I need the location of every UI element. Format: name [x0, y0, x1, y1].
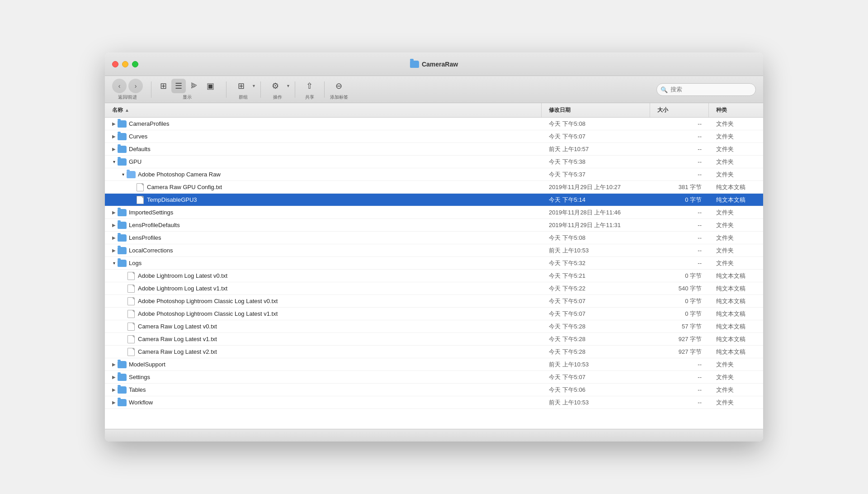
back-button[interactable]: ‹ — [112, 79, 127, 93]
kind-cell: 纯文本文稿 — [709, 310, 763, 318]
name-cell: ▶ImportedSettings — [105, 206, 542, 218]
list-item[interactable]: ▶Settings今天 下午5:07--文件夹 — [105, 371, 763, 384]
file-name-text: LensProfiles — [129, 234, 161, 241]
list-item[interactable]: Adobe Photoshop Lightroom Classic Log La… — [105, 308, 763, 320]
name-cell: ▶CameraProfiles — [105, 118, 542, 130]
list-item[interactable]: ▶ImportedSettings2019年11月28日 上午11:46--文件… — [105, 206, 763, 219]
close-button[interactable] — [112, 61, 118, 67]
disclosure-triangle[interactable]: ▶ — [110, 374, 118, 381]
size-cell: -- — [650, 146, 709, 152]
list-item[interactable]: ▶CameraProfiles今天 下午5:08--文件夹 — [105, 118, 763, 130]
disclosure-triangle[interactable]: ▶ — [110, 146, 118, 153]
list-item[interactable]: Camera Raw Log Latest v2.txt今天 下午5:28927… — [105, 346, 763, 358]
list-item[interactable]: Adobe Photoshop Lightroom Classic Log La… — [105, 295, 763, 308]
disclosure-triangle[interactable]: ▶ — [110, 247, 118, 254]
kind-cell: 文件夹 — [709, 209, 763, 217]
group-button[interactable]: ⊞ — [231, 79, 251, 93]
col-header-date[interactable]: 修改日期 — [542, 103, 650, 117]
display-control: ⊞ ☰ ⫸ ▣ 显示 — [156, 79, 218, 100]
search-input[interactable] — [656, 83, 756, 96]
list-item[interactable]: Adobe Lightroom Log Latest v1.txt今天 下午5:… — [105, 282, 763, 295]
list-item[interactable]: ▾Logs今天 下午5:32--文件夹 — [105, 257, 763, 270]
gallery-view-button[interactable]: ▣ — [203, 79, 218, 93]
size-cell: -- — [650, 260, 709, 266]
list-item[interactable]: ▾GPU今天 下午5:38--文件夹 — [105, 156, 763, 168]
size-cell: -- — [650, 399, 709, 406]
disclosure-triangle[interactable]: ▶ — [110, 209, 118, 216]
tag-button[interactable]: ⊖ — [329, 79, 349, 93]
file-name-text: Workflow — [129, 399, 153, 406]
forward-button[interactable]: › — [128, 79, 143, 93]
name-cell: Camera Raw Log Latest v1.txt — [105, 333, 542, 345]
disclosure-triangle[interactable]: ▶ — [110, 361, 118, 368]
date-cell: 前天 上午10:53 — [542, 361, 650, 369]
kind-cell: 纯文本文稿 — [709, 183, 763, 191]
folder-icon — [118, 361, 127, 368]
col-header-name[interactable]: 名称 ▲ — [105, 103, 542, 117]
date-cell: 今天 下午5:08 — [542, 234, 650, 242]
view-group: ⊞ ☰ ⫸ ▣ 显示 — [156, 79, 218, 100]
list-item[interactable]: ▶Workflow前天 上午10:53--文件夹 — [105, 396, 763, 409]
icon-view-button[interactable]: ⊞ — [156, 79, 170, 93]
size-cell: -- — [650, 222, 709, 228]
size-cell: 927 字节 — [650, 335, 709, 343]
list-item[interactable]: ▶Curves今天 下午5:07--文件夹 — [105, 130, 763, 143]
file-name-text: Camera Raw Log Latest v0.txt — [138, 323, 217, 330]
size-cell: 540 字节 — [650, 285, 709, 293]
folder-icon — [127, 171, 136, 178]
share-button[interactable]: ⇧ — [300, 79, 320, 93]
size-cell: -- — [650, 120, 709, 127]
file-name-text: LensProfileDefaults — [129, 222, 180, 228]
name-cell: ▶Workflow — [105, 396, 542, 408]
disclosure-triangle[interactable]: ▾ — [110, 260, 118, 267]
date-cell: 今天 下午5:08 — [542, 120, 650, 128]
status-bar — [105, 429, 763, 442]
maximize-button[interactable] — [132, 61, 138, 67]
separator-1 — [151, 81, 151, 98]
list-item[interactable]: ▶LensProfiles今天 下午5:08--文件夹 — [105, 232, 763, 244]
gallery-view-icon: ▣ — [207, 81, 214, 91]
disclosure-triangle[interactable]: ▶ — [110, 234, 118, 242]
file-name-text: Settings — [129, 374, 150, 380]
disclosure-triangle[interactable]: ▶ — [110, 222, 118, 229]
file-name-text: Camera Raw Log Latest v2.txt — [138, 348, 217, 355]
list-item[interactable]: TempDisableGPU3今天 下午5:140 字节纯文本文稿 — [105, 194, 763, 206]
file-icon — [127, 310, 136, 318]
traffic-lights — [112, 61, 138, 67]
group-control: ⊞ ▼ 群组 — [231, 79, 256, 100]
separator-5 — [324, 81, 325, 98]
list-item[interactable]: Camera Raw GPU Config.txt2019年11月29日 上午1… — [105, 181, 763, 194]
col-header-kind[interactable]: 种类 — [709, 103, 763, 117]
disclosure-triangle[interactable]: ▶ — [110, 399, 118, 406]
list-item[interactable]: Camera Raw Log Latest v0.txt今天 下午5:2857 … — [105, 320, 763, 333]
disclosure-triangle[interactable]: ▾ — [119, 171, 127, 178]
name-cell: ▶ModelSupport — [105, 358, 542, 370]
tag-control: ⊖ 添加标签 — [329, 79, 349, 100]
list-item[interactable]: ▶ModelSupport前天 上午10:53--文件夹 — [105, 358, 763, 371]
date-cell: 今天 下午5:38 — [542, 158, 650, 166]
list-item[interactable]: ▶Defaults前天 上午10:57--文件夹 — [105, 143, 763, 156]
list-item[interactable]: ▾Adobe Photoshop Camera Raw今天 下午5:37--文件… — [105, 168, 763, 181]
disclosure-triangle — [119, 298, 127, 305]
disclosure-triangle[interactable]: ▶ — [110, 386, 118, 394]
file-name-text: Adobe Lightroom Log Latest v1.txt — [138, 285, 227, 292]
list-item[interactable]: Camera Raw Log Latest v1.txt今天 下午5:28927… — [105, 333, 763, 346]
list-item[interactable]: ▶Tables今天 下午5:06--文件夹 — [105, 384, 763, 396]
column-view-button[interactable]: ⫸ — [187, 79, 202, 93]
file-icon — [127, 336, 136, 343]
disclosure-triangle[interactable]: ▶ — [110, 133, 118, 140]
col-header-size[interactable]: 大小 — [650, 103, 709, 117]
disclosure-triangle[interactable]: ▶ — [110, 120, 118, 128]
file-list: ▶CameraProfiles今天 下午5:08--文件夹▶Curves今天 下… — [105, 118, 763, 429]
list-item[interactable]: Adobe Lightroom Log Latest v0.txt今天 下午5:… — [105, 270, 763, 282]
list-view-button[interactable]: ☰ — [171, 79, 186, 93]
list-item[interactable]: ▶LocalCorrections前天 上午10:53--文件夹 — [105, 244, 763, 257]
list-item[interactable]: ▶LensProfileDefaults2019年11月29日 上午11:31-… — [105, 219, 763, 232]
file-icon — [136, 196, 145, 204]
kind-cell: 纯文本文稿 — [709, 285, 763, 293]
disclosure-triangle[interactable]: ▾ — [110, 158, 118, 166]
action-button[interactable]: ⚙ — [265, 79, 285, 93]
sort-arrow: ▲ — [125, 108, 129, 113]
minimize-button[interactable] — [122, 61, 128, 67]
file-name-text: CameraProfiles — [129, 120, 170, 127]
